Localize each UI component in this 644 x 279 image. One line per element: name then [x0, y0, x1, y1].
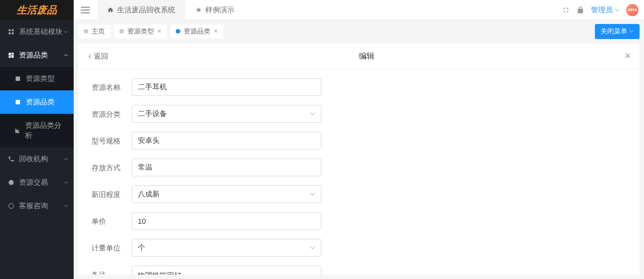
svg-point-6 — [9, 180, 14, 185]
svg-rect-4 — [16, 76, 20, 81]
select-value: 个 — [138, 243, 145, 253]
chevron-down-icon — [64, 157, 68, 161]
sidebar-item-recycle-org[interactable]: 回收机构 — [0, 147, 74, 171]
nav-item-demo[interactable]: 样例演示 — [185, 0, 244, 20]
category-icon — [8, 52, 15, 59]
form-row-name: 资源名称 — [92, 78, 626, 96]
form-row-price: 单价 — [92, 212, 626, 230]
tab-label: 资源类型 — [127, 27, 154, 36]
form-row-storage: 存放方式 — [92, 158, 626, 176]
main-area: 主页 资源类型 × 资源品类 × 关闭菜单 返回 — [74, 20, 644, 279]
chevron-down-icon — [64, 204, 68, 208]
tab-dot — [176, 29, 180, 33]
sidebar-item-resource-class[interactable]: 资源品类 — [0, 90, 74, 114]
sidebar-label: 回收机构 — [19, 154, 48, 164]
sidebar-label: 资源品类分析 — [25, 121, 66, 141]
close-menu-label: 关闭菜单 — [600, 27, 627, 36]
storage-label: 存放方式 — [92, 158, 125, 173]
lock-icon[interactable] — [576, 6, 584, 14]
type-icon — [15, 75, 21, 82]
unit-label: 计量单位 — [92, 239, 125, 253]
sidebar-item-resource-trade[interactable]: 资源交易 — [0, 171, 74, 194]
chevron-left-icon — [87, 54, 93, 59]
sidebar-label: 系统基础模块 — [19, 27, 63, 37]
unit-select[interactable]: 个 — [132, 239, 321, 257]
tab-dot — [84, 29, 88, 33]
fullscreen-icon[interactable] — [562, 6, 570, 14]
tab-close-icon[interactable]: × — [157, 27, 161, 35]
phone-icon — [8, 156, 15, 162]
sidebar: 系统基础模块 资源品类 资源类型 资源品类 资源品类分析 回收机构 — [0, 20, 74, 279]
svg-rect-0 — [9, 30, 11, 32]
menu-toggle[interactable] — [74, 7, 97, 13]
tabs-row: 主页 资源类型 × 资源品类 × 关闭菜单 — [74, 23, 644, 39]
back-link[interactable]: 返回 — [87, 51, 108, 61]
sidebar-item-customer-service[interactable]: 客服咨询 — [0, 194, 74, 218]
logo: 生活废品 — [0, 0, 74, 20]
sidebar-label: 客服咨询 — [19, 201, 48, 211]
sidebar-label: 资源交易 — [19, 177, 48, 187]
sidebar-item-resource-analysis[interactable]: 资源品类分析 — [0, 114, 74, 147]
chevron-down-icon — [310, 245, 315, 251]
nav-label: 生活废品回收系统 — [117, 5, 175, 15]
edit-form: 资源名称 资源分类 二手设备 型号规格 — [78, 69, 640, 275]
condition-select[interactable]: 八成新 — [132, 185, 321, 203]
page-title: 编辑 — [108, 51, 624, 61]
home-icon — [107, 7, 114, 13]
select-value: 二手设备 — [138, 109, 167, 119]
demo-icon — [195, 7, 202, 13]
close-icon[interactable]: × — [624, 50, 631, 62]
admin-dropdown[interactable]: 管理员 — [591, 5, 619, 15]
chevron-down-icon — [64, 180, 68, 185]
spec-label: 型号规格 — [92, 132, 125, 146]
condition-label: 新旧程度 — [92, 185, 125, 200]
sidebar-label: 资源品类 — [26, 97, 55, 107]
nav-item-recycle-system[interactable]: 生活废品回收系统 — [97, 0, 185, 20]
price-input[interactable] — [132, 212, 321, 230]
module-icon — [8, 28, 15, 35]
analysis-icon — [15, 127, 21, 134]
close-menu-button[interactable]: 关闭菜单 — [595, 24, 640, 39]
avatar[interactable]: JAVA — [626, 4, 638, 16]
remark-label: 备注 — [92, 266, 125, 275]
storage-input[interactable] — [132, 158, 321, 176]
back-label: 返回 — [94, 51, 108, 61]
svg-rect-1 — [12, 30, 14, 32]
sidebar-label: 资源类型 — [26, 74, 55, 84]
nav-label: 样例演示 — [205, 5, 234, 15]
logo-text: 生活废品 — [17, 3, 57, 17]
class-icon — [15, 99, 21, 105]
top-header: 生活废品 生活废品回收系统 样例演示 管理员 JAVA — [0, 0, 644, 20]
spec-input[interactable] — [132, 132, 321, 150]
svg-rect-5 — [16, 100, 20, 104]
category-label: 资源分类 — [92, 105, 125, 119]
tab-label: 主页 — [92, 27, 105, 36]
price-label: 单价 — [92, 212, 125, 227]
form-row-unit: 计量单位 个 — [92, 239, 626, 257]
sidebar-item-resource-type[interactable]: 资源类型 — [0, 67, 74, 90]
admin-label: 管理员 — [591, 5, 613, 15]
sidebar-label: 资源品类 — [19, 50, 48, 60]
category-select[interactable]: 二手设备 — [132, 105, 321, 123]
chevron-down-icon — [64, 30, 68, 34]
sidebar-item-resource-category[interactable]: 资源品类 — [0, 44, 74, 67]
tab-resource-type[interactable]: 资源类型 × — [114, 25, 167, 39]
form-row-spec: 型号规格 — [92, 132, 626, 150]
chevron-down-icon — [310, 111, 315, 117]
content-header: 返回 编辑 × — [78, 44, 640, 69]
tab-label: 资源品类 — [184, 27, 210, 36]
top-nav: 生活废品回收系统 样例演示 — [97, 0, 244, 20]
form-row-category: 资源分类 二手设备 — [92, 105, 626, 123]
tab-home[interactable]: 主页 — [78, 25, 110, 39]
sidebar-item-system-base[interactable]: 系统基础模块 — [0, 20, 74, 44]
tab-close-icon[interactable]: × — [214, 27, 218, 35]
container: 系统基础模块 资源品类 资源类型 资源品类 资源品类分析 回收机构 — [0, 20, 644, 279]
chevron-down-icon — [615, 8, 619, 12]
remark-textarea[interactable] — [132, 266, 321, 275]
avatar-text: JAVA — [627, 8, 637, 12]
tab-resource-class[interactable]: 资源品类 × — [170, 25, 223, 39]
trade-icon — [8, 179, 15, 186]
hamburger-icon — [81, 7, 90, 13]
chevron-down-icon — [310, 191, 315, 197]
name-input[interactable] — [132, 78, 321, 96]
